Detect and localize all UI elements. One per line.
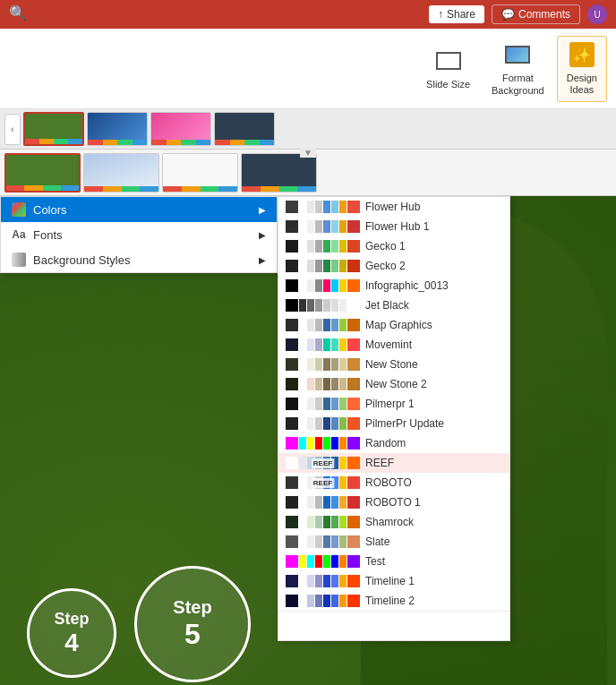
- ribbon-right-buttons: Slide Size FormatBackground ✨ DesignIdea…: [417, 36, 607, 102]
- color-item[interactable]: Shamrock: [278, 512, 509, 532]
- thumbnail-large-2[interactable]: [83, 153, 159, 193]
- color-name: Gecko 1: [365, 240, 406, 253]
- search-icon[interactable]: 🔍: [9, 5, 27, 21]
- step-4-circle: Step 4: [27, 588, 116, 678]
- background-styles-arrow: ▶: [259, 255, 266, 265]
- nav-arrow-left[interactable]: ‹: [4, 114, 21, 145]
- color-name: Test: [365, 555, 385, 568]
- share-button[interactable]: ↑ Share: [429, 5, 484, 23]
- menu-item-fonts[interactable]: Aa Fonts ▶: [1, 222, 277, 247]
- color-item[interactable]: Map Graphics: [278, 315, 509, 335]
- color-item[interactable]: Movemint: [278, 335, 509, 355]
- design-ideas-label: DesignIdeas: [567, 73, 597, 96]
- menu-item-background-styles[interactable]: Background Styles ▶: [1, 247, 277, 272]
- color-name: New Stone 2: [365, 378, 427, 390]
- format-bg-icon: [505, 46, 530, 64]
- thumbnail-1[interactable]: [23, 112, 84, 146]
- slide-size-button[interactable]: Slide Size: [417, 36, 479, 102]
- slide-size-icon: [436, 52, 461, 70]
- color-name: Jet Black: [365, 299, 409, 312]
- thumbnail-3[interactable]: [150, 112, 211, 146]
- color-name: Flower Hub: [365, 201, 420, 213]
- color-name: Infographic_0013: [365, 279, 449, 292]
- thumbnail-4[interactable]: [214, 112, 275, 146]
- colors-icon: [12, 202, 26, 217]
- design-ideas-icon: ✨: [569, 42, 595, 67]
- comments-icon: 💬: [501, 8, 515, 21]
- color-name: Slate: [365, 535, 389, 548]
- main-area: grab attention and introdu what to do ne…: [0, 196, 616, 685]
- color-item[interactable]: Test: [278, 552, 509, 571]
- color-name: REEF: [365, 457, 394, 469]
- format-background-button[interactable]: FormatBackground: [483, 36, 553, 102]
- theme-menu: Colors ▶ Aa Fonts ▶ Background Styles ▶: [0, 196, 278, 273]
- color-name: Timeline 1: [365, 575, 415, 587]
- color-name: Gecko 2: [365, 260, 406, 272]
- color-item[interactable]: Flower Hub 1: [278, 217, 509, 236]
- color-item[interactable]: New Stone: [278, 355, 509, 374]
- color-name: Timeline 2: [365, 595, 415, 607]
- top-bar: 🔍 ↑ Share 💬 Comments U: [0, 0, 616, 29]
- thumbnails-expand-arrow[interactable]: ▼: [300, 148, 316, 158]
- colors-submenu: Flower HubFlower Hub 1Gecko 1Gecko 2Info…: [278, 196, 510, 641]
- color-name: Flower Hub 1: [365, 220, 429, 233]
- share-icon: ↑: [438, 8, 443, 21]
- design-ideas-button[interactable]: ✨ DesignIdeas: [557, 36, 607, 102]
- color-item[interactable]: Slate: [278, 532, 509, 552]
- color-item[interactable]: ROBOTO 1: [278, 492, 509, 512]
- color-item[interactable]: New Stone 2: [278, 374, 509, 394]
- color-item[interactable]: Gecko 1: [278, 236, 509, 256]
- color-item[interactable]: Pilmerpr 1: [278, 394, 509, 414]
- colors-footer: [278, 611, 509, 640]
- slide-size-label: Slide Size: [426, 79, 470, 90]
- customize-colors-item[interactable]: [278, 615, 509, 626]
- top-bar-right: ↑ Share 💬 Comments U: [429, 4, 607, 24]
- color-name: New Stone: [365, 358, 418, 371]
- color-name: ROBOTO 1: [365, 496, 421, 509]
- color-item[interactable]: Timeline 1: [278, 571, 509, 591]
- thumbnail-large-1[interactable]: [4, 153, 81, 193]
- ribbon: Slide Size FormatBackground ✨ DesignIdea…: [0, 29, 616, 109]
- color-item[interactable]: Infographic_0013: [278, 276, 509, 295]
- fonts-arrow: ▶: [259, 230, 266, 240]
- fonts-icon: Aa: [12, 227, 26, 242]
- color-name: Movemint: [365, 338, 412, 351]
- color-name: PilmerPr Update: [365, 417, 444, 430]
- color-name: Shamrock: [365, 516, 414, 528]
- colors-arrow: ▶: [259, 205, 266, 215]
- step-5-circle: Step 5: [134, 566, 251, 682]
- reset-colors-item: [278, 626, 509, 637]
- color-item[interactable]: PilmerPr Update: [278, 414, 509, 433]
- thumbnail-2[interactable]: [87, 112, 148, 146]
- menu-item-colors[interactable]: Colors ▶: [1, 197, 277, 222]
- color-item[interactable]: Random: [278, 433, 509, 453]
- color-item[interactable]: Flower Hub: [278, 197, 509, 217]
- color-item[interactable]: Gecko 2: [278, 256, 509, 276]
- background-styles-icon: [12, 253, 26, 267]
- color-item[interactable]: Jet Black: [278, 295, 509, 315]
- thumbnail-large-3[interactable]: [162, 153, 238, 193]
- thumbnail-large-4[interactable]: [241, 153, 317, 193]
- color-name: ROBOTO: [365, 476, 412, 489]
- avatar[interactable]: U: [587, 4, 607, 24]
- color-name: Random: [365, 437, 406, 450]
- comments-button[interactable]: 💬 Comments: [492, 4, 580, 24]
- colors-list: Flower HubFlower Hub 1Gecko 1Gecko 2Info…: [278, 197, 509, 611]
- thumbnails-strip-top: ‹ ▼: [0, 109, 616, 150]
- color-name: Pilmerpr 1: [365, 398, 415, 410]
- format-background-label: FormatBackground: [492, 73, 544, 96]
- color-item[interactable]: REEFROBOTO: [278, 473, 509, 492]
- color-item[interactable]: REEFREEF: [278, 453, 509, 473]
- color-name: Map Graphics: [365, 319, 432, 331]
- color-item[interactable]: Timeline 2: [278, 591, 509, 611]
